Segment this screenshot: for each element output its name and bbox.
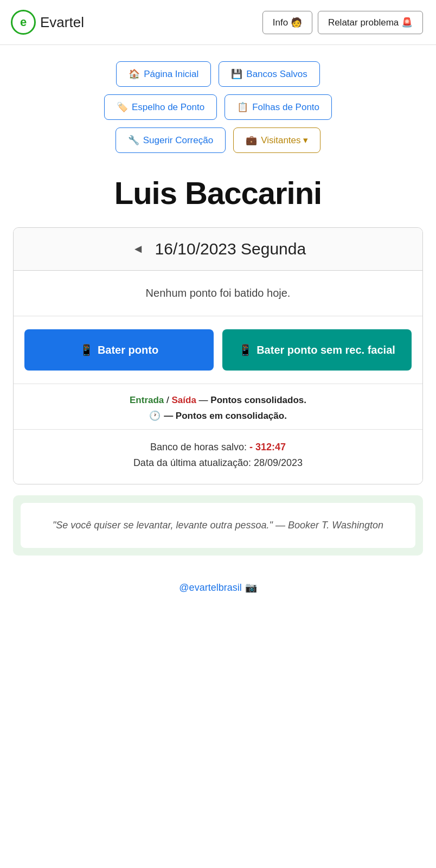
legend-section: Entrada / Saída — Pontos consolidados. 🕐… bbox=[14, 384, 422, 430]
briefcase-icon: 💼 bbox=[246, 135, 257, 146]
bater-ponto-sem-facial-button[interactable]: 📱 Bater ponto sem rec. facial bbox=[222, 329, 412, 371]
banco-label: Banco de horas salvo: bbox=[150, 442, 249, 452]
logo-area: e Evartel bbox=[11, 10, 84, 35]
entrada-label: Entrada bbox=[130, 395, 164, 405]
quote-text: "Se você quiser se levantar, levante out… bbox=[34, 518, 402, 533]
home-icon: 🏠 bbox=[129, 68, 140, 80]
instagram-label: @evartelbrasil bbox=[179, 582, 241, 593]
legend-line2: 🕐 — Pontos em consolidação. bbox=[24, 410, 412, 422]
legend-dash: — bbox=[199, 395, 211, 405]
bater-ponto-button[interactable]: 📱 Bater ponto bbox=[24, 329, 214, 371]
nav-bancos-salvos[interactable]: 💾 Bancos Salvos bbox=[219, 61, 319, 87]
nav-section: 🏠 Página Inicial 💾 Bancos Salvos 🏷️ Espe… bbox=[0, 45, 436, 158]
banco-line: Banco de horas salvo: - 312:47 bbox=[24, 442, 412, 453]
nav-row-3: 🔧 Sugerir Correção 💼 Visitantes ▾ bbox=[116, 127, 321, 153]
save-icon: 💾 bbox=[231, 68, 242, 80]
consolidated-label: Pontos consolidados. bbox=[210, 395, 306, 405]
phone-icon: 📱 bbox=[80, 343, 93, 356]
nav-sugerir-correcao[interactable]: 🔧 Sugerir Correção bbox=[116, 127, 226, 153]
update-label: Data da última atualização: bbox=[133, 457, 254, 468]
legend-line1: Entrada / Saída — Pontos consolidados. bbox=[24, 395, 412, 406]
banco-value: - 312:47 bbox=[249, 442, 286, 452]
clock-icon: 🕐 bbox=[149, 410, 161, 422]
logo-circle: e bbox=[11, 10, 36, 35]
nav-pagina-inicial[interactable]: 🏠 Página Inicial bbox=[116, 61, 211, 87]
wrench-icon: 🔧 bbox=[128, 135, 139, 146]
date-header: ◄ 16/10/2023 Segunda bbox=[14, 228, 422, 271]
saida-label: Saída bbox=[172, 395, 196, 405]
nav-visitantes[interactable]: 💼 Visitantes ▾ bbox=[233, 127, 320, 153]
consolidating-label: — Pontos em consolidação. bbox=[164, 411, 287, 422]
instagram-icon: 📷 bbox=[245, 582, 257, 593]
header: e Evartel Info 🧑 Relatar problema 🚨 bbox=[0, 0, 436, 45]
phone2-icon: 📱 bbox=[239, 343, 252, 356]
nav-row-2: 🏷️ Espelho de Ponto 📋 Folhas de Ponto bbox=[104, 94, 332, 120]
tag-icon: 🏷️ bbox=[117, 101, 128, 113]
quote-outer: "Se você quiser se levantar, levante out… bbox=[13, 495, 423, 556]
nav-espelho-ponto[interactable]: 🏷️ Espelho de Ponto bbox=[104, 94, 217, 120]
update-line: Data da última atualização: 28/09/2023 bbox=[24, 457, 412, 469]
info-button[interactable]: Info 🧑 bbox=[262, 11, 312, 34]
date-card: ◄ 16/10/2023 Segunda Nenhum ponto foi ba… bbox=[13, 227, 423, 484]
banco-section: Banco de horas salvo: - 312:47 Data da ú… bbox=[14, 430, 422, 484]
report-button[interactable]: Relatar problema 🚨 bbox=[318, 11, 423, 34]
logo-letter: e bbox=[20, 15, 27, 29]
quote-inner: "Se você quiser se levantar, levante out… bbox=[21, 503, 415, 548]
ponto-buttons: 📱 Bater ponto 📱 Bater ponto sem rec. fac… bbox=[14, 316, 422, 384]
update-date: 28/09/2023 bbox=[254, 457, 303, 468]
footer: @evartelbrasil 📷 bbox=[0, 566, 436, 615]
instagram-link[interactable]: @evartelbrasil 📷 bbox=[179, 582, 257, 593]
user-name: Luis Baccarini bbox=[0, 158, 436, 216]
header-buttons: Info 🧑 Relatar problema 🚨 bbox=[262, 11, 423, 34]
folder-icon: 📋 bbox=[237, 101, 248, 113]
prev-date-button[interactable]: ◄ bbox=[130, 242, 146, 256]
nav-folhas-ponto[interactable]: 📋 Folhas de Ponto bbox=[225, 94, 332, 120]
no-ponto-message: Nenhum ponto foi batido hoje. bbox=[14, 271, 422, 316]
card-body: Nenhum ponto foi batido hoje. 📱 Bater po… bbox=[14, 271, 422, 484]
nav-row-1: 🏠 Página Inicial 💾 Bancos Salvos bbox=[116, 61, 320, 87]
app-name: Evartel bbox=[40, 14, 84, 31]
current-date: 16/10/2023 Segunda bbox=[155, 240, 306, 258]
legend-slash: / bbox=[166, 395, 171, 405]
